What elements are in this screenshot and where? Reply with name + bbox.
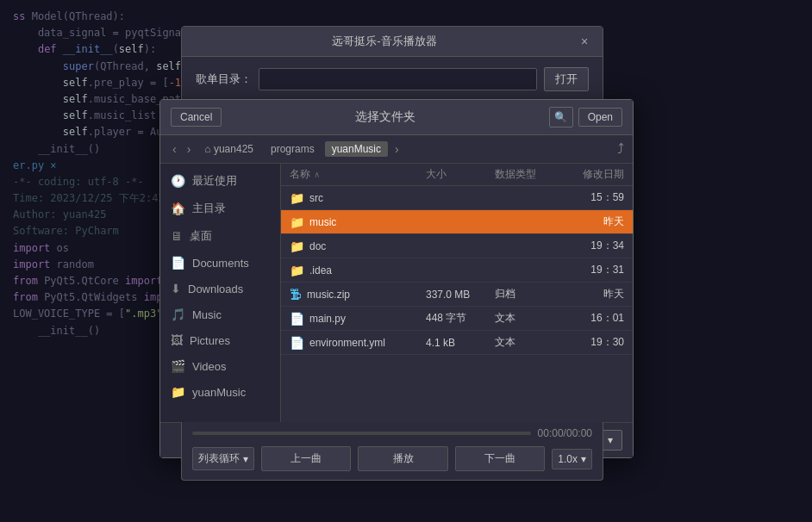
loop-mode-label: 列表循环 [198,451,240,466]
filetype-environment-yml: 文本 [495,335,555,350]
file-row-music-zip[interactable]: 🗜 music.zip 337.0 MB 归档 昨天 [281,283,633,307]
file-row-idea[interactable]: 📁 .idea 19：31 [281,258,633,283]
filedate-idea: 19：31 [555,263,624,277]
filetype-music-zip: 归档 [495,287,555,301]
filedate-environment-yml: 19：30 [555,335,624,350]
py-icon: 📄 [290,312,304,326]
sidebar-item-pictures[interactable]: 🖼 Pictures [160,327,280,353]
col-name-label: 名称 [290,167,310,182]
filedate-music-zip: 昨天 [555,287,624,301]
sidebar-item-recent[interactable]: 🕐 最近使用 [160,167,280,195]
filedate-music: 昨天 [555,214,624,229]
col-type-label: 数据类型 [495,168,536,180]
loop-dropdown-arrow: ▾ [243,453,248,465]
recent-icon: 🕐 [171,174,185,188]
sidebar-item-desktop[interactable]: 🖥 桌面 [160,222,280,250]
sidebar-label-pictures: Pictures [190,334,230,347]
sidebar-item-downloads[interactable]: ⬇ Downloads [160,276,280,301]
sidebar-item-home[interactable]: 🏠 主目录 [160,195,280,222]
prev-button[interactable]: 上一曲 [261,446,351,471]
player-title: 远哥挺乐-音乐播放器 [192,34,577,49]
nav-more-arrow[interactable]: › [391,140,403,158]
filename-src: src [309,192,323,204]
filesize-music-zip: 337.0 MB [426,289,495,301]
sidebar-label-home: 主目录 [192,201,226,216]
breadcrumb-yuanmusic[interactable]: yuanMusic [325,141,388,157]
videos-icon: 🎬 [171,359,185,373]
playlist-label: 歌单目录： [196,71,252,87]
sidebar-item-documents[interactable]: 📄 Documents [160,250,280,276]
file-row-src[interactable]: 📁 src 15：59 [281,186,633,210]
controls-row: 列表循环 ▾ 上一曲 播放 下一曲 1.0x ▾ [192,446,592,471]
breadcrumb-programs[interactable]: programs [264,141,322,157]
sort-arrow-icon: ∧ [314,170,320,179]
file-row-environment-yml[interactable]: 📄 environment.yml 4.1 kB 文本 19：30 [281,331,633,355]
nav-forward-arrow[interactable]: › [184,140,195,158]
progress-bar[interactable] [192,432,531,435]
next-button[interactable]: 下一曲 [455,446,545,471]
speed-select[interactable]: 1.0x ▾ [552,449,592,469]
folder-icon-doc: 📁 [290,239,304,253]
play-button[interactable]: 播放 [358,446,447,471]
filedate-doc: 19：34 [555,239,624,253]
yuanmusic-folder-icon: 📁 [171,385,185,399]
nav-folder-action-icon[interactable]: ⤴ [617,141,624,157]
filechooser-content: 🕐 最近使用 🏠 主目录 🖥 桌面 📄 Documents ⬇ Download… [160,164,633,422]
sidebar-label-yuanmusic: yuanMusic [192,386,246,399]
loop-mode-select[interactable]: 列表循环 ▾ [192,447,254,470]
filechooser-cancel-button[interactable]: Cancel [171,108,222,127]
sidebar-item-yuanmusic[interactable]: 📁 yuanMusic [160,379,280,405]
filechooser-sidebar: 🕐 最近使用 🏠 主目录 🖥 桌面 📄 Documents ⬇ Download… [160,164,281,422]
sidebar-label-downloads: Downloads [188,283,243,295]
folder-icon-idea: 📁 [290,264,304,277]
sidebar-label-music: Music [192,308,222,321]
filetype-dropdown-arrow: ▾ [608,434,613,446]
filename-music: music [309,216,336,228]
playlist-input[interactable] [259,68,537,90]
folder-icon-music: 📁 [290,215,304,229]
col-size-label: 大小 [426,168,447,180]
nav-back-arrow[interactable]: ‹ [169,140,180,158]
folder-icon-src: 📁 [290,191,304,205]
filename-music-zip: music.zip [307,289,350,301]
yml-icon: 📄 [290,336,304,350]
filechooser-filelist: 名称 ∧ 大小 数据类型 修改日期 📁 src [281,164,633,422]
desktop-icon: 🖥 [171,229,183,243]
file-row-doc[interactable]: 📁 doc 19：34 [281,234,633,258]
filechooser-header: Cancel 选择文件夹 🔍 Open [160,100,633,135]
filechooser-open-button[interactable]: Open [578,108,622,127]
file-row-main-py[interactable]: 📄 main.py 448 字节 文本 16：01 [281,307,633,331]
filechooser-nav: ‹ › ⌂ yuan425 programs yuanMusic › ⤴ [160,135,633,164]
filedate-main-py: 16：01 [555,311,624,326]
downloads-icon: ⬇ [171,282,181,295]
player-titlebar: 远哥挺乐-音乐播放器 × [182,27,603,57]
filename-idea: .idea [309,264,332,277]
sidebar-item-music[interactable]: 🎵 Music [160,301,280,327]
home-dir-icon: 🏠 [171,202,185,215]
documents-icon: 📄 [171,256,185,270]
breadcrumb-home[interactable]: ⌂ yuan425 [197,141,260,157]
filelist-header: 名称 ∧ 大小 数据类型 修改日期 [281,164,633,186]
filechooser-dialog: Cancel 选择文件夹 🔍 Open ‹ › ⌂ yuan425 progra… [159,99,634,458]
music-icon: 🎵 [171,308,185,321]
sidebar-label-documents: Documents [192,257,249,270]
file-row-music[interactable]: 📁 music 昨天 [281,210,633,234]
sidebar-label-videos: Videos [192,360,227,373]
home-icon: ⌂ [204,143,210,155]
player-window: 远哥挺乐-音乐播放器 × 歌单目录： 打开 [181,26,603,109]
filechooser-search-button[interactable]: 🔍 [549,107,573,127]
sidebar-label-recent: 最近使用 [192,173,237,189]
filename-environment-yml: environment.yml [309,337,385,349]
col-date-label: 修改日期 [583,168,624,180]
sidebar-label-desktop: 桌面 [190,228,212,244]
playlist-row: 歌单目录： 打开 [196,67,589,91]
speed-dropdown-arrow: ▾ [581,453,586,465]
sidebar-item-videos[interactable]: 🎬 Videos [160,353,280,379]
progress-row: 00:00/00:00 [192,427,592,439]
playlist-open-button[interactable]: 打开 [544,67,589,91]
filechooser-header-controls: 🔍 Open [549,107,622,127]
filename-doc: doc [309,240,326,252]
player-close-button[interactable]: × [577,34,592,49]
filechooser-title: 选择文件夹 [222,109,548,125]
speed-label: 1.0x [558,453,578,465]
